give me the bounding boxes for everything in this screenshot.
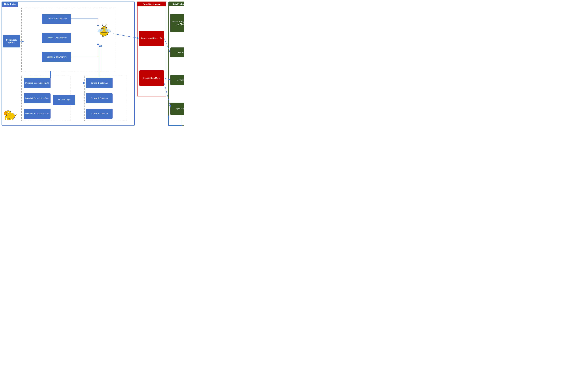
domain3-archive-box: Domain 3 data Archive <box>42 52 71 62</box>
domain3-lab-box: Domain 3 Data Lab <box>86 109 113 119</box>
domain2-lab-box: Domain 2 Data Lab <box>86 93 113 103</box>
svg-rect-20 <box>7 118 9 120</box>
data-catalog-box: Data Catalog, Lineage and Discovery <box>170 14 184 32</box>
domain2-std-box: Domain 2 Standardized Data <box>24 93 51 103</box>
domain1-lab-box: Domain 1 Data Lab <box>86 78 113 88</box>
svg-point-6 <box>103 28 104 29</box>
visualization-box: Visualization <box>170 75 184 85</box>
domain-data-marts-box: Domain Data Marts <box>139 70 164 86</box>
hive-icon: HIVE <box>95 21 113 40</box>
svg-rect-1 <box>101 32 107 33</box>
svg-text:HIVE: HIVE <box>102 36 106 38</box>
svg-rect-2 <box>101 34 107 34</box>
data-lake-label: Data Lake <box>2 2 18 7</box>
domain-ingestion-box: Domain data ingestion <box>3 35 20 47</box>
domain2-archive-box: Domain 2 data Archive <box>42 33 71 43</box>
svg-point-11 <box>106 24 106 25</box>
hadoop-icon <box>4 109 18 121</box>
self-service-box: Self-Service <box>170 47 184 57</box>
data-product-label: Data Product Serving <box>169 2 184 6</box>
domain1-archive-box: Domain 1 data Archive <box>42 14 71 24</box>
domain1-std-box: Domain 1 Standardized Data <box>24 78 51 88</box>
data-warehouse-label: Data Warehouse <box>137 2 166 6</box>
dim-facts-box: Dimensions / Facts / Tx <box>139 31 164 46</box>
jupyter-box: Jupyter Notebooks <box>170 103 184 115</box>
diagram: Data Lake Data Warehouse Data Product Se… <box>0 0 184 130</box>
svg-point-9 <box>102 24 103 25</box>
svg-rect-22 <box>12 118 13 120</box>
domain3-std-box: Domain 3 Standardized Data <box>24 109 51 119</box>
svg-rect-21 <box>9 118 11 120</box>
svg-point-17 <box>4 111 7 115</box>
big-data-repo-box: Big Data Repo <box>53 95 75 105</box>
svg-point-19 <box>9 113 9 113</box>
svg-point-7 <box>105 28 106 29</box>
